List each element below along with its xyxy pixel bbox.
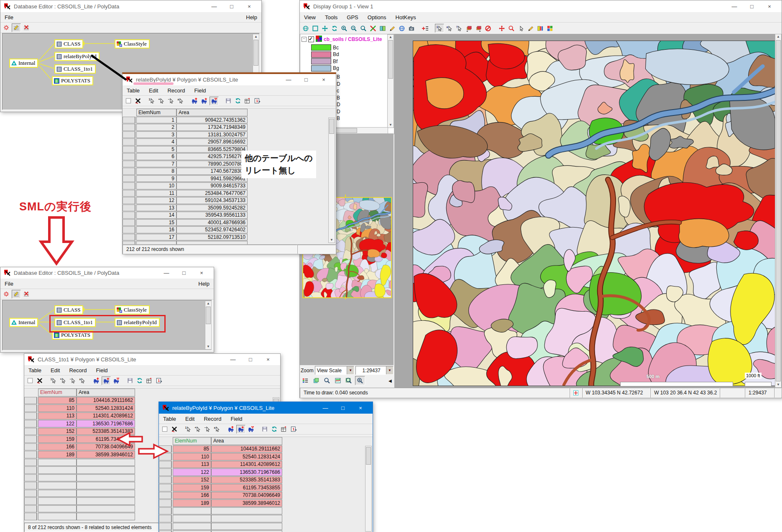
record-handle[interactable] (123, 205, 135, 212)
minimize-button[interactable]: — (158, 267, 175, 279)
table-row[interactable]: 166 70738.04096649 (159, 492, 373, 499)
maximize-button[interactable]: □ (743, 0, 761, 12)
table-row[interactable]: 2 17324.71948349 (123, 124, 336, 131)
table-row[interactable] (159, 523, 373, 530)
previous-view-icon[interactable] (330, 24, 339, 32)
deselect-all-icon[interactable] (170, 425, 179, 433)
table-vscroll[interactable] (365, 446, 372, 532)
record-handle[interactable] (159, 484, 172, 491)
menu-field[interactable]: Field (230, 416, 242, 422)
record-handle[interactable] (159, 515, 172, 522)
column-header-elemnum[interactable]: ElemNum (38, 389, 77, 396)
select-toggle-icon[interactable]: ± (78, 377, 87, 385)
locator-icon[interactable] (333, 376, 342, 385)
menu-table[interactable]: Table (28, 367, 41, 373)
table-row[interactable]: 189 38599.38946012 (159, 499, 373, 507)
close-button[interactable]: × (193, 267, 210, 279)
pan-icon[interactable] (498, 24, 506, 32)
legend-swatch[interactable] (311, 65, 331, 72)
select-one-icon[interactable]: 1 (184, 425, 192, 433)
select-toggle-icon[interactable]: ± (176, 97, 185, 105)
remove-relations-icon[interactable] (22, 290, 31, 298)
map-vscroll[interactable]: ▲▼ (775, 34, 782, 388)
record-handle[interactable] (123, 168, 135, 175)
record-handle[interactable] (123, 197, 135, 204)
menu-record[interactable]: Record (69, 367, 87, 373)
record-handle[interactable] (24, 505, 37, 513)
legend-swatch[interactable] (311, 58, 331, 64)
new-record-icon[interactable]: * (145, 377, 153, 385)
table-vscroll[interactable]: ▼ (328, 118, 335, 243)
map-canvas[interactable]: 500 m 1000 ft (394, 34, 776, 388)
close-button[interactable]: × (352, 402, 369, 414)
view-options-icon[interactable] (546, 24, 554, 32)
table-row[interactable] (159, 530, 373, 532)
menu-table[interactable]: Table (163, 416, 176, 422)
magnifier-icon[interactable] (322, 376, 332, 385)
table-row[interactable]: 4 29057.89616692 (123, 138, 336, 146)
new-record-icon[interactable]: * (243, 97, 252, 105)
view-selected-icon[interactable] (92, 377, 100, 385)
record-handle[interactable] (24, 412, 37, 420)
menu-options[interactable]: Options (368, 14, 386, 20)
record-handle[interactable] (24, 490, 37, 497)
table-row[interactable]: 17 52182.09713510 (123, 234, 336, 241)
toggle-cursor-icon[interactable]: ± (445, 24, 454, 32)
maximize-button[interactable]: □ (175, 267, 193, 279)
menu-field[interactable]: Field (194, 87, 206, 94)
record-handle[interactable] (123, 212, 135, 219)
record-handle[interactable] (159, 461, 172, 468)
view-selected-icon[interactable] (190, 97, 199, 105)
menu-hotkeys[interactable]: HotKeys (396, 14, 416, 20)
record-handle[interactable] (123, 175, 135, 182)
zoom-box-icon[interactable] (507, 24, 516, 32)
column-header-elemnum[interactable]: ElemNum (173, 437, 211, 445)
select-all-handle[interactable] (123, 109, 135, 116)
record-handle[interactable] (159, 492, 172, 499)
maximize-button[interactable]: □ (297, 74, 315, 85)
select-checkbox[interactable] (26, 377, 34, 385)
record-handle[interactable] (24, 435, 37, 443)
refresh-icon[interactable] (135, 377, 144, 385)
zoom-mode-select[interactable]: View Scale▼ (315, 366, 355, 375)
menu-file[interactable]: File (5, 281, 13, 287)
table-row[interactable]: 16 523452.97426402 (123, 226, 336, 233)
zoom-plus-icon[interactable] (355, 376, 365, 385)
layer-name[interactable]: cb_soils / CBSOILS_Lite (324, 36, 382, 42)
record-handle[interactable] (123, 226, 135, 233)
record-handle[interactable] (123, 146, 135, 153)
select-add-icon[interactable]: + (194, 425, 202, 433)
record-handle[interactable] (24, 459, 37, 466)
record-handle[interactable] (159, 476, 172, 484)
record-handle[interactable] (159, 530, 172, 532)
column-header-area[interactable]: Area (77, 389, 135, 396)
save-icon[interactable] (224, 97, 233, 105)
zoom-scale-select[interactable]: 1:29437▼ (355, 366, 394, 375)
menu-help[interactable]: Help (198, 281, 210, 287)
record-handle[interactable] (123, 124, 135, 131)
view-starred-icon[interactable] (102, 376, 111, 385)
select-toggle-icon[interactable]: ± (213, 425, 221, 433)
minimize-button[interactable]: — (205, 0, 223, 12)
record-handle[interactable] (123, 219, 135, 226)
legend-item[interactable]: Bg (311, 65, 339, 72)
node-classstyle[interactable]: ClassStyle (115, 305, 150, 315)
view-starred-icon[interactable] (200, 97, 208, 105)
menu-edit[interactable]: Edit (51, 367, 60, 373)
table-row[interactable]: 11 253484.76477067 (123, 190, 336, 197)
select-checkbox[interactable] (161, 425, 169, 433)
annotate-icon[interactable] (526, 24, 535, 32)
menu-field[interactable]: Field (96, 367, 107, 373)
zoom-in-icon[interactable] (340, 24, 348, 32)
legend-list-icon[interactable] (301, 376, 310, 385)
next-cube-icon[interactable] (474, 24, 483, 32)
table-row[interactable]: 159 61195.73453855 (159, 484, 373, 491)
minimize-button[interactable]: — (224, 354, 242, 365)
record-handle[interactable] (24, 513, 37, 520)
maximize-button[interactable]: □ (223, 0, 240, 12)
table-row[interactable]: 85 104416.29111662 (159, 445, 373, 453)
view-related-icon[interactable] (210, 97, 219, 105)
world-icon[interactable] (398, 24, 406, 32)
close-button[interactable]: × (240, 0, 258, 12)
node-class[interactable]: CLASS (54, 305, 83, 315)
